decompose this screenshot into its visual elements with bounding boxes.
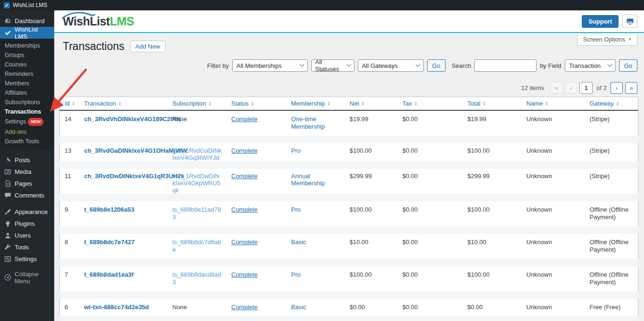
collapse-menu-button[interactable]: Collapse Menu [0, 272, 54, 283]
membership-link[interactable]: Annual Membership [291, 173, 325, 187]
collapse-arrow-icon [4, 274, 11, 281]
membership-link[interactable]: Basic [291, 304, 306, 311]
subscription-link[interactable]: ts_689b8dacd8ad3 [173, 271, 221, 286]
sidebar-item-addons[interactable]: Add-ons [0, 127, 54, 137]
sidebar-item-members[interactable]: Members [0, 79, 54, 88]
sidebar-item-memberships[interactable]: Memberships [0, 41, 54, 50]
transaction-link[interactable]: t_689b8dc7e7427 [84, 239, 135, 246]
sidebar-item-posts[interactable]: Posts [0, 154, 54, 166]
sidebar-item-pages[interactable]: Pages [0, 178, 54, 189]
cell-transaction: t_689b8dc7e7427 [80, 230, 168, 263]
total-text: $10.00 [468, 239, 487, 246]
sidebar-item-appearance[interactable]: Appearance [0, 206, 54, 218]
transaction-link[interactable]: ch_3RvdGaDINkIxeV4G1OHaMjWW [84, 147, 187, 154]
status-link[interactable]: Complete [231, 115, 258, 123]
sort-icon: ▲▼ [362, 101, 364, 106]
status-link[interactable]: Complete [231, 271, 258, 278]
sidebar-item-wl-settings[interactable]: SettingsNEW [0, 116, 54, 127]
statuses-select[interactable]: All Statuses [311, 59, 355, 72]
search-input[interactable] [474, 59, 537, 72]
sidebar-item-affiliates[interactable]: Affiliates [0, 88, 54, 98]
last-page-button[interactable]: » [625, 82, 637, 94]
gateway-text: (Stripe) [590, 147, 610, 154]
filter-go-button[interactable]: Go [427, 59, 446, 72]
sidebar-item-wishlist-lms[interactable]: WishList LMS [0, 27, 54, 39]
tax-text: $0.00 [403, 115, 418, 123]
sidebar-item-tools[interactable]: Tools [0, 241, 54, 253]
col-header-membership[interactable]: Membership▲▼ [287, 97, 345, 111]
col-header-total[interactable]: Total▲▼ [463, 97, 522, 111]
membership-link[interactable]: Pro [291, 271, 301, 278]
sidebar-item-growth-tools[interactable]: Growth Tools [0, 137, 54, 146]
sidebar-item-dashboard[interactable]: Dashboard [0, 15, 54, 27]
transaction-link[interactable]: t_689b8e1206a53 [84, 206, 134, 213]
status-link[interactable]: Complete [231, 239, 258, 246]
sidebar-item-comments[interactable]: Comments [0, 189, 54, 201]
sidebar-item-label: Dashboard [15, 17, 45, 25]
col-header-subscription[interactable]: Subscription▲▼ [168, 97, 227, 111]
membership-link[interactable]: One-time Membership [291, 115, 325, 130]
memberships-select[interactable]: All Memberships [232, 59, 308, 72]
transaction-link[interactable]: ch_3RvdVhDINkIxeV4G189C2IRK [84, 115, 181, 123]
col-header-status[interactable]: Status▲▼ [227, 97, 287, 111]
membership-link[interactable]: Pro [291, 206, 301, 213]
name-text: Unknown [527, 173, 552, 180]
sidebar-item-users[interactable]: Users [0, 230, 54, 241]
prev-page-button[interactable]: ‹ [565, 82, 577, 94]
sidebar-item-label: Media [15, 168, 31, 175]
subscription-link[interactable]: ts_689b8dc7d6abe [173, 239, 221, 253]
col-header-name[interactable]: Name▲▼ [522, 97, 585, 111]
wrench-icon [4, 244, 11, 251]
next-page-button[interactable]: › [611, 82, 623, 94]
cell-id: 9 [60, 198, 80, 230]
status-link[interactable]: Complete [231, 147, 258, 154]
field-select[interactable]: Transaction [565, 59, 616, 72]
membership-link[interactable]: Basic [291, 239, 306, 246]
transaction-link[interactable]: ch_3RvdDwDINkIxeV4G1qR3UH2k [84, 173, 184, 180]
subscription-link[interactable]: ts_689b8e11ad783 [173, 206, 221, 221]
col-header-gateway[interactable]: Gateway▲▼ [585, 97, 638, 111]
add-new-button[interactable]: Add New [130, 41, 165, 52]
admin-bar-site-name[interactable]: WishList LMS [13, 2, 47, 8]
subscription-text: None [173, 115, 187, 123]
id-text: 11 [65, 173, 71, 180]
sidebar-item-settings[interactable]: Settings [0, 253, 54, 265]
sidebar-item-transactions[interactable]: Transactions [0, 107, 54, 116]
sidebar-item-subscriptions[interactable]: Subscriptions [0, 98, 54, 107]
cell-gateway: Offline (Offline Payment) [585, 198, 638, 230]
status-link[interactable]: Complete [231, 206, 258, 213]
sidebar-item-media[interactable]: Media [0, 166, 54, 178]
monitor-button[interactable] [622, 15, 637, 28]
cell-id: 6 [60, 295, 80, 320]
first-page-button[interactable]: « [550, 82, 562, 94]
status-link[interactable]: Complete [231, 173, 258, 180]
membership-link[interactable]: Pro [291, 147, 301, 154]
net-text: $0.00 [350, 304, 365, 311]
col-header-tax[interactable]: Tax▲▼ [398, 97, 463, 111]
support-button[interactable]: Support [582, 15, 619, 28]
gateways-select[interactable]: All Gateways [358, 59, 424, 72]
status-link[interactable]: Complete [231, 304, 258, 311]
subscription-link[interactable]: sub_1RvdDwDINkIxeV4GkpWRU5qk [173, 173, 221, 194]
subscription-link[interactable]: sub_1RvdGaDINkIxeV4Gq9IWIYJd [173, 147, 222, 161]
sidebar-item-plugins[interactable]: Plugins [0, 218, 54, 230]
sidebar-item-courses[interactable]: Courses [0, 60, 54, 69]
cell-tax: $0.00 [398, 110, 463, 140]
wishlist-check-icon [4, 29, 11, 36]
col-header-id[interactable]: Id▲▼ [60, 97, 80, 111]
transaction-link[interactable]: wl-txn-688cc74d2e35d [84, 304, 149, 311]
cell-gateway: Offline (Offline Payment) [585, 230, 638, 263]
sidebar-item-groups[interactable]: Groups [0, 50, 54, 60]
col-header-net[interactable]: Net▲▼ [345, 97, 398, 111]
pagination-row: 12 items « ‹ of 2 › » [54, 82, 637, 94]
transaction-link[interactable]: t_689b8dad1ea3f [84, 271, 134, 278]
sidebar-item-reminders[interactable]: Reminders [0, 69, 54, 79]
cell-net: $0.00 [345, 295, 398, 320]
sort-icon: ▲▼ [327, 101, 330, 106]
col-header-transaction[interactable]: Transaction▲▼ [80, 97, 168, 111]
table-header-row: Id▲▼ Transaction▲▼ Subscription▲▼ Status… [60, 97, 638, 111]
tax-text: $0.00 [403, 304, 418, 311]
current-page-input[interactable] [579, 82, 593, 94]
screen-options-tab[interactable]: Screen Options ▼ [577, 34, 637, 46]
search-go-button[interactable]: Go [619, 59, 637, 72]
